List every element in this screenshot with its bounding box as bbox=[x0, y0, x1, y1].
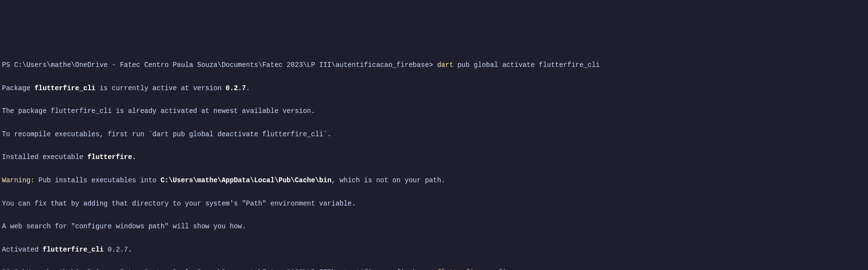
output-text: . bbox=[246, 84, 250, 92]
terminal-line: Package flutterfire_cli is currently act… bbox=[2, 83, 866, 95]
output-text: 0.2.7. bbox=[104, 246, 132, 254]
version-number: 0.2.7 bbox=[226, 84, 246, 92]
package-name: flutterfire_cli bbox=[43, 246, 104, 254]
terminal-line: The package flutterfire_cli is already a… bbox=[2, 106, 866, 117]
ps-prompt: PS C:\Users\mathe\OneDrive - Fatec Centr… bbox=[2, 61, 437, 69]
output-text: Pub installs executables into bbox=[34, 176, 160, 184]
terminal-line: You can fix that by adding that director… bbox=[2, 198, 866, 210]
output-text: , which is not on your path. bbox=[332, 176, 445, 184]
output-text: Installed executable bbox=[2, 153, 87, 161]
package-name: flutterfire_cli bbox=[34, 84, 95, 92]
terminal-line: To recompile executables, first run `dar… bbox=[2, 129, 866, 141]
terminal-line: PS C:\Users\mathe\OneDrive - Fatec Centr… bbox=[2, 267, 866, 270]
terminal-output[interactable]: PS C:\Users\mathe\OneDrive - Fatec Centr… bbox=[2, 48, 866, 270]
warning-label: Warning: bbox=[2, 176, 34, 184]
path-text: C:\Users\mathe\AppData\Local\Pub\Cache\b… bbox=[161, 176, 332, 184]
output-text: is currently active at version bbox=[95, 84, 226, 92]
output-text: Activated bbox=[2, 246, 43, 254]
terminal-line: PS C:\Users\mathe\OneDrive - Fatec Centr… bbox=[2, 60, 866, 71]
command-name: dart bbox=[437, 61, 454, 69]
terminal-line: Installed executable flutterfire. bbox=[2, 152, 866, 163]
command-args: pub global activate flutterfire_cli bbox=[454, 61, 600, 69]
terminal-line: Activated flutterfire_cli 0.2.7. bbox=[2, 244, 866, 256]
executable-name: flutterfire. bbox=[87, 153, 136, 161]
terminal-line: Warning: Pub installs executables into C… bbox=[2, 175, 866, 187]
output-text: Package bbox=[2, 84, 34, 92]
terminal-line: A web search for "configure windows path… bbox=[2, 221, 866, 233]
